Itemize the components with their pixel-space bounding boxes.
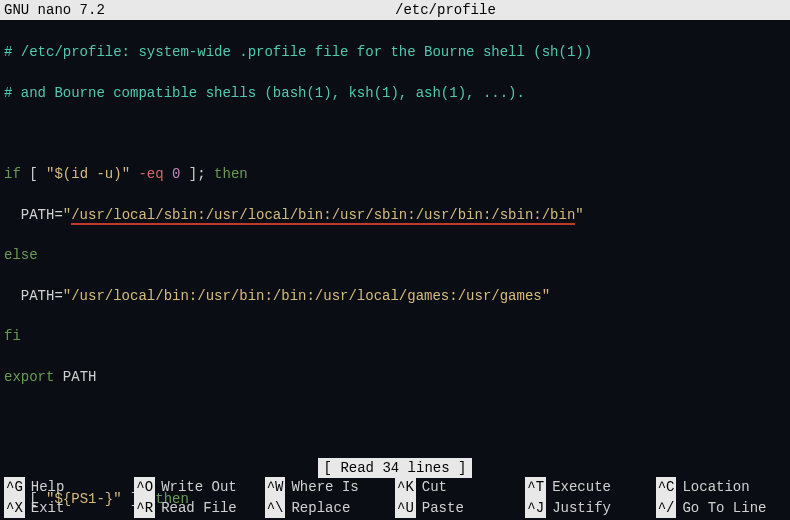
shortcut-where-is[interactable]: ^WWhere Is [265,477,395,497]
key-label: ^R [134,498,155,518]
shortcut-exit[interactable]: ^XExit [4,498,134,518]
key-label: ^J [525,498,546,518]
shortcut-write-out[interactable]: ^OWrite Out [134,477,264,497]
filename: /etc/profile [105,0,786,20]
shortcut-location[interactable]: ^CLocation [656,477,786,497]
shortcut-row-1: ^GHelp ^OWrite Out ^WWhere Is ^KCut ^TEx… [4,477,786,497]
shortcut-row-2: ^XExit ^RRead File ^\Replace ^UPaste ^JJ… [4,498,786,518]
key-label: ^W [265,477,286,497]
code-line: else [4,245,786,265]
code-line: # /etc/profile: system-wide .profile fil… [4,42,786,62]
code-line: fi [4,326,786,346]
code-line [4,408,786,428]
code-line: export PATH [4,367,786,387]
key-label: ^X [4,498,25,518]
highlighted-path: /usr/local/sbin:/usr/local/bin:/usr/sbin… [71,207,575,225]
editor-area[interactable]: # /etc/profile: system-wide .profile fil… [0,20,790,520]
key-label: ^\ [265,498,286,518]
key-label: ^G [4,477,25,497]
key-label: ^T [525,477,546,497]
status-message: [ Read 34 lines ] [318,458,473,478]
code-line [4,123,786,143]
shortcut-replace[interactable]: ^\Replace [265,498,395,518]
shortcut-read-file[interactable]: ^RRead File [134,498,264,518]
titlebar: GNU nano 7.2 /etc/profile [0,0,790,20]
shortcut-execute[interactable]: ^TExecute [525,477,655,497]
shortcut-bar: ^GHelp ^OWrite Out ^WWhere Is ^KCut ^TEx… [0,477,790,520]
key-label: ^U [395,498,416,518]
shortcut-help[interactable]: ^GHelp [4,477,134,497]
app-name: GNU nano 7.2 [4,0,105,20]
code-line: if [ "$(id -u)" -eq 0 ]; then [4,164,786,184]
key-label: ^K [395,477,416,497]
key-label: ^/ [656,498,677,518]
shortcut-paste[interactable]: ^UPaste [395,498,525,518]
code-line: PATH="/usr/local/bin:/usr/bin:/bin:/usr/… [4,286,786,306]
shortcut-justify[interactable]: ^JJustify [525,498,655,518]
key-label: ^O [134,477,155,497]
key-label: ^C [656,477,677,497]
code-line: # and Bourne compatible shells (bash(1),… [4,83,786,103]
code-line: PATH="/usr/local/sbin:/usr/local/bin:/us… [4,205,786,225]
status-bar: [ Read 34 lines ] [0,458,790,478]
shortcut-cut[interactable]: ^KCut [395,477,525,497]
shortcut-goto-line[interactable]: ^/Go To Line [656,498,786,518]
